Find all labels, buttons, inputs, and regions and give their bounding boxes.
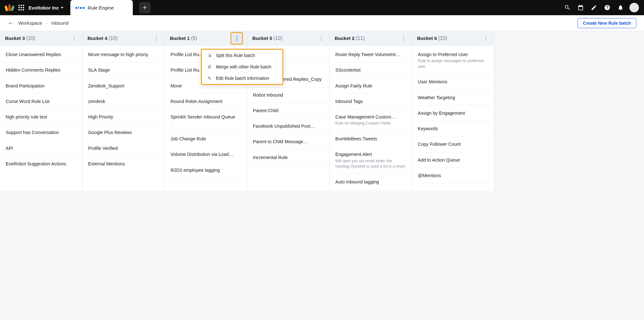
rule-card[interactable]: Sprinklr Sender Inbound Queue- xyxy=(165,109,247,131)
rule-card[interactable]: Round Robin Assignment xyxy=(165,94,247,109)
rule-card-title: @Mentions xyxy=(418,172,488,179)
rule-card[interactable]: High Priority xyxy=(82,109,164,125)
rule-card[interactable]: User Mentions xyxy=(412,74,494,90)
bell-icon[interactable] xyxy=(616,3,625,12)
rule-card[interactable]: high priority rule test xyxy=(0,109,82,125)
rule-card[interactable]: Assign by Engagement xyxy=(412,106,494,121)
rule-card-title: Weather Targeting xyxy=(418,94,488,101)
column-cards: Rosie Reply Tweet Volumetric Tri…SScoote… xyxy=(330,46,412,191)
rule-card[interactable]: BumbleBees Tweets xyxy=(330,131,412,147)
apps-icon[interactable] xyxy=(18,5,24,10)
rule-card[interactable]: SScooterbot xyxy=(330,62,412,78)
rule-card[interactable]: Hidden Comments Replies xyxy=(0,62,82,78)
column-menu-button[interactable] xyxy=(317,34,325,43)
rule-card[interactable]: @Mentions xyxy=(412,168,494,183)
rule-card-title: Support has Conversation xyxy=(6,129,76,136)
rule-card[interactable]: Volume Distribution via Load Bal… xyxy=(165,147,247,162)
column-menu-button[interactable] xyxy=(481,34,490,43)
rule-card-title: R2D2 employee tagging xyxy=(171,167,241,173)
dots-vertical-icon xyxy=(156,36,157,41)
org-name: Evoltobor Inc xyxy=(29,5,59,10)
rule-card[interactable]: Profile Verified xyxy=(82,141,164,156)
rule-card-title: Incremental Rule xyxy=(253,154,324,161)
column-actions-dropdown: ⇲ Split this Rule batch ⇵ Merge with oth… xyxy=(201,49,283,85)
search-icon[interactable] xyxy=(563,3,572,12)
rule-card[interactable]: Rosie Reply Tweet Volumetric Tri… xyxy=(330,47,412,62)
rule-card[interactable]: Move message to high prioriy xyxy=(82,47,164,62)
avatar[interactable] xyxy=(629,3,639,12)
dropdown-edit[interactable]: ✎ Edit Rule batch information xyxy=(202,73,282,84)
pencil-icon: ✎ xyxy=(207,76,212,81)
dropdown-edit-label: Edit Rule batch information xyxy=(216,76,269,81)
help-icon[interactable] xyxy=(603,3,612,12)
merge-icon: ⇵ xyxy=(207,64,212,69)
rule-card-title: Profile Verified xyxy=(88,145,159,151)
rule-card[interactable]: Weather Targeting xyxy=(412,90,494,106)
rule-card[interactable]: API xyxy=(0,141,82,156)
rule-card-title: SLA Stage xyxy=(88,67,159,73)
active-tab[interactable]: Rule Engine xyxy=(70,0,133,15)
column-cards: Assign to Preferred UserRule to assign m… xyxy=(412,46,494,185)
dropdown-split[interactable]: ⇲ Split this Rule batch xyxy=(202,50,282,61)
column-menu-button[interactable] xyxy=(69,34,78,43)
column-menu-button[interactable] xyxy=(152,34,161,43)
column-count: (9) xyxy=(191,35,197,41)
dropdown-split-label: Split this Rule batch xyxy=(216,53,255,58)
rule-card-title: Copy Follower Count xyxy=(418,141,488,147)
rule-card-title: BumbleBees Tweets xyxy=(335,136,406,142)
rule-card[interactable]: Google Plus Reviews xyxy=(82,125,164,140)
rule-card[interactable]: Job Change Rule xyxy=(165,131,247,147)
rule-card-title: Auto Inbound tagging xyxy=(335,179,406,185)
rule-card[interactable]: Brand Participation xyxy=(0,78,82,94)
column-menu-button[interactable] xyxy=(399,34,408,43)
rule-card[interactable]: Parent-Child xyxy=(247,103,329,118)
back-arrow[interactable]: ← xyxy=(8,19,14,27)
calendar-icon[interactable]: 16 xyxy=(576,3,585,12)
rule-card[interactable]: Auto Inbound tagging xyxy=(330,174,412,190)
rule-card[interactable]: Copy Follower Count xyxy=(412,137,494,152)
rule-card[interactable]: zendesk xyxy=(82,94,164,109)
rule-card[interactable]: Zendesk_Support xyxy=(82,78,164,94)
rule-card[interactable]: Keywords xyxy=(412,121,494,137)
dropdown-merge-label: Merge with other Rule batch xyxy=(216,64,271,69)
rule-card[interactable]: External Mentions xyxy=(82,156,164,172)
rule-card[interactable]: Engagement AlertWill alert you via email… xyxy=(330,147,412,174)
rule-card-title: Engagement Alert xyxy=(335,151,406,157)
rule-card[interactable]: R2D2 employee tagging xyxy=(165,163,247,178)
rule-card[interactable]: Close Unanswered Replies xyxy=(0,47,82,62)
dots-vertical-icon xyxy=(236,36,237,41)
rule-card-title: Job Change Rule xyxy=(171,136,241,142)
column-header: Bucket 6 (10) xyxy=(412,31,494,46)
column-header: Bucket 5 (10) xyxy=(247,31,329,46)
rule-card[interactable]: Robot Inbound xyxy=(247,87,329,103)
add-tab-button[interactable]: + xyxy=(139,2,151,13)
edit-icon[interactable] xyxy=(589,3,598,12)
breadcrumb: Workspace › Inbound xyxy=(18,20,68,26)
rule-card[interactable]: Facebook Unpublished Post Inbo… xyxy=(247,118,329,134)
rule-card[interactable]: SLA Stage xyxy=(82,62,164,78)
rule-card[interactable]: EveRobot Suggestion Actions xyxy=(0,156,82,172)
breadcrumb-workspace[interactable]: Workspace xyxy=(18,20,42,26)
column-menu-button[interactable] xyxy=(230,32,243,45)
rule-card[interactable]: Parent to Child Message Custom… xyxy=(247,134,329,150)
column-name: Bucket 2 xyxy=(335,35,355,41)
org-selector[interactable]: Evoltobor Inc xyxy=(29,5,63,10)
column-cards: Move message to high prioriySLA StageZen… xyxy=(82,46,164,173)
rule-card[interactable]: Assign Fairly Rule xyxy=(330,78,412,94)
rule-card[interactable]: Incremental Rule xyxy=(247,150,329,165)
split-icon: ⇲ xyxy=(207,53,212,58)
rule-card[interactable]: Assign to Preferred UserRule to assign m… xyxy=(412,47,494,74)
rule-card[interactable]: Support has Conversation xyxy=(0,125,82,140)
breadcrumb-inbound[interactable]: Inbound xyxy=(51,20,68,26)
rule-card[interactable]: Curse Word Rule LIst xyxy=(0,94,82,109)
rule-card[interactable]: Inbound Tags xyxy=(330,94,412,109)
board-column: Bucket 3 (10)Close Unanswered RepliesHid… xyxy=(0,31,82,191)
dropdown-merge[interactable]: ⇵ Merge with other Rule batch xyxy=(202,61,282,73)
rule-card-title: Google Plus Reviews xyxy=(88,129,159,136)
rule-card-title: Assign Fairly Rule xyxy=(335,83,406,89)
create-rule-batch-button[interactable]: Create New Rule batch xyxy=(577,18,636,28)
rule-card[interactable]: Add to Action Queue xyxy=(412,152,494,168)
rule-card[interactable]: Case Management Custom Field…Rule for Me… xyxy=(330,109,412,131)
board-column: Bucket 2 (11)Rosie Reply Tweet Volumetri… xyxy=(330,31,412,191)
rule-card-title: Facebook Unpublished Post Inbo… xyxy=(253,123,324,129)
